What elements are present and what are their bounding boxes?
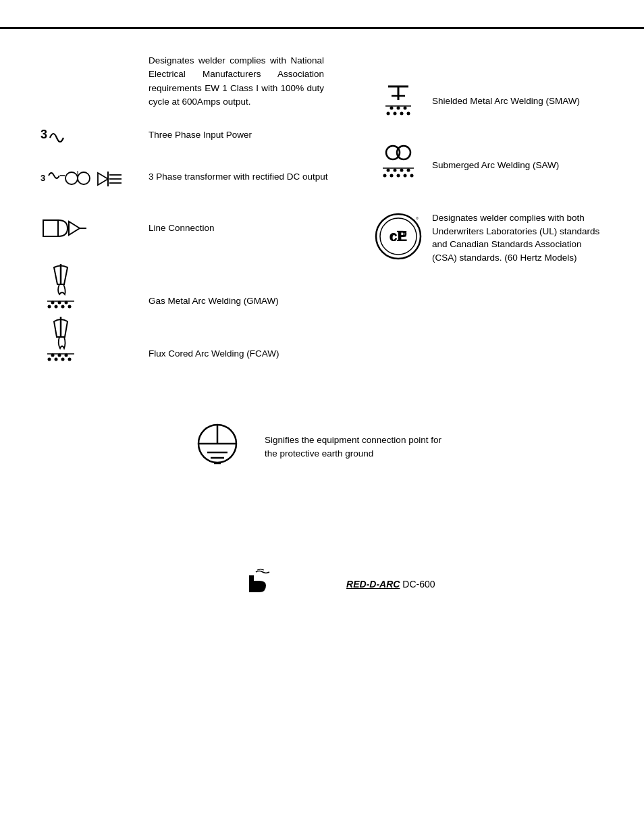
earth-ground-symbol xyxy=(190,420,244,474)
line-connection-row: Line Connection xyxy=(41,215,365,242)
svg-marker-3 xyxy=(98,173,108,185)
right-column: Shielded Metal Arc Welding (SMAW) xyxy=(365,54,603,380)
transformer-symbol: 3 xyxy=(41,161,149,193)
svg-point-36 xyxy=(404,107,407,110)
gmaw-symbol xyxy=(41,261,149,308)
svg-marker-11 xyxy=(69,221,80,235)
svg-point-48 xyxy=(383,174,387,178)
three-phase-symbol: 3 xyxy=(41,128,149,142)
left-column: Designates welder complies with National… xyxy=(41,54,365,380)
three-phase-row: 3 Three Phase Input Power xyxy=(41,128,365,142)
svg-point-20 xyxy=(68,305,72,309)
svg-point-29 xyxy=(68,358,72,361)
saw-label: Submerged Arc Welding (SAW) xyxy=(432,159,603,172)
svg-point-1 xyxy=(65,172,78,184)
fcaw-label: Flux Cored Arc Welding (FCAW) xyxy=(149,347,365,361)
earth-ground-section: Signifies the equipment connection point… xyxy=(41,420,603,474)
svg-point-26 xyxy=(48,358,51,361)
smaw-label: Shielded Metal Arc Welding (SMAW) xyxy=(432,95,603,108)
svg-text:3: 3 xyxy=(41,173,45,183)
csa-ul-label: Designates welder complies with both Und… xyxy=(432,209,603,264)
gmaw-row: Gas Metal Arc Welding (GMAW) xyxy=(41,261,365,308)
smaw-row: Shielded Metal Arc Welding (SMAW) xyxy=(365,81,603,122)
svg-point-18 xyxy=(55,305,58,309)
svg-point-52 xyxy=(410,174,414,178)
svg-point-39 xyxy=(400,112,404,115)
svg-point-19 xyxy=(61,305,65,309)
svg-point-28 xyxy=(61,358,65,361)
csa-ul-row: cE cℙ ° Designates welder complies with … xyxy=(365,209,603,264)
gmaw-label: Gas Metal Arc Welding (GMAW) xyxy=(149,294,365,308)
svg-point-27 xyxy=(55,358,58,361)
svg-point-2 xyxy=(78,172,90,184)
line-connection-symbol xyxy=(41,215,149,242)
line-connection-label: Line Connection xyxy=(149,221,365,235)
three-phase-label: Three Phase Input Power xyxy=(149,128,365,142)
transformer-label: 3 Phase transformer with rectified DC ou… xyxy=(149,170,365,184)
svg-text:cℙ: cℙ xyxy=(390,229,407,244)
svg-point-37 xyxy=(387,112,390,115)
svg-text:°: ° xyxy=(416,216,419,224)
svg-point-47 xyxy=(407,169,410,172)
svg-point-44 xyxy=(387,169,390,172)
svg-point-51 xyxy=(404,174,407,178)
svg-point-40 xyxy=(407,112,410,115)
svg-point-17 xyxy=(48,305,51,309)
compliance-description: Designates welder complies with National… xyxy=(149,54,324,109)
smaw-symbol xyxy=(365,81,432,122)
svg-point-45 xyxy=(394,169,397,172)
svg-point-50 xyxy=(397,174,400,178)
csa-ul-symbol: cE cℙ ° xyxy=(365,209,432,262)
svg-point-34 xyxy=(390,107,394,110)
svg-point-49 xyxy=(390,174,394,178)
svg-rect-10 xyxy=(43,220,58,236)
model-number: DC-600 xyxy=(400,579,435,590)
fcaw-row: Flux Cored Arc Welding (FCAW) xyxy=(41,313,365,361)
svg-point-38 xyxy=(394,112,397,115)
earth-ground-label: Signifies the equipment connection point… xyxy=(265,434,454,461)
saw-symbol xyxy=(365,143,432,187)
svg-point-35 xyxy=(397,107,400,110)
svg-point-46 xyxy=(400,169,404,172)
brand-name: RED-D-ARC xyxy=(346,579,400,590)
footer: RED-D-ARC DC-600 xyxy=(41,569,603,602)
saw-row: Submerged Arc Welding (SAW) xyxy=(365,143,603,187)
fcaw-symbol xyxy=(41,313,149,361)
transformer-row: 3 xyxy=(41,161,365,193)
